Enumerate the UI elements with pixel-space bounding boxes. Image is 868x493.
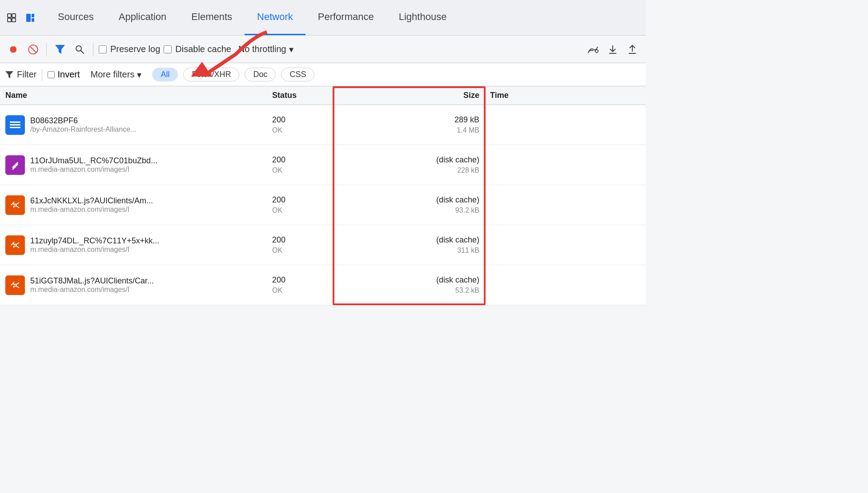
header-name[interactable]: Name (0, 91, 267, 100)
toolbar-separator-2 (93, 43, 93, 56)
cell-size-3: (disk cache) 311 kB (334, 225, 485, 265)
invert-label: Invert (57, 69, 80, 80)
network-conditions-button[interactable] (585, 41, 601, 57)
status-code-0: 200 (272, 115, 328, 125)
table-row[interactable]: 61xJcNKKLXL.js?AUIClients/Am... m.media-… (0, 185, 646, 225)
cell-size-2: (disk cache) 93.2 kB (334, 185, 485, 225)
svg-marker-19 (5, 71, 13, 78)
filter-label-group: Filter (5, 69, 36, 80)
filter-css-button[interactable]: CSS (281, 68, 314, 81)
filter-toggle-button[interactable] (52, 41, 68, 57)
cell-status-0: 200 OK (267, 105, 334, 145)
size-top-4: (disk cache) (436, 275, 479, 285)
name-secondary-0: /by-Amazon-Rainforest-Alliance... (30, 125, 136, 133)
name-secondary-1: m.media-amazon.com/images/I (30, 166, 157, 174)
invert-checkbox[interactable] (48, 71, 55, 78)
network-table: Name Status Size Time B08632BPF6 /by-Ama… (0, 86, 646, 305)
status-text-2: OK (272, 206, 328, 214)
svg-marker-7 (55, 45, 65, 54)
preserve-log-checkbox[interactable] (99, 45, 107, 53)
name-primary-0: B08632BPF6 (30, 116, 136, 125)
cell-time-1 (485, 145, 646, 185)
status-code-3: 200 (272, 235, 328, 245)
file-icon-2 (5, 195, 25, 215)
svg-line-9 (81, 51, 84, 53)
status-code-4: 200 (272, 275, 328, 285)
svg-rect-6 (32, 18, 34, 22)
name-primary-4: 51iGGT8JMaL.js?AUIClients/Car... (30, 276, 154, 286)
status-text-0: OK (272, 126, 328, 134)
cell-size-4: (disk cache) 53.2 kB (334, 265, 485, 305)
svg-rect-20 (10, 121, 20, 123)
name-text-2: 61xJcNKKLXL.js?AUIClients/Am... m.media-… (30, 196, 153, 214)
size-bottom-2: 93.2 kB (455, 206, 479, 214)
size-top-3: (disk cache) (436, 235, 479, 245)
header-size[interactable]: Size (334, 91, 485, 100)
cell-name-0: B08632BPF6 /by-Amazon-Rainforest-Allianc… (0, 105, 267, 145)
table-row[interactable]: B08632BPF6 /by-Amazon-Rainforest-Allianc… (0, 105, 646, 145)
status-text-3: OK (272, 246, 328, 255)
svg-rect-4 (26, 14, 31, 22)
name-text-3: 11zuylp74DL._RC%7C11Y+5x+kk... m.media-a… (30, 236, 159, 254)
cell-status-3: 200 OK (267, 225, 334, 265)
status-code-1: 200 (272, 155, 328, 165)
file-icon-1 (5, 155, 25, 175)
more-filters-button[interactable]: More filters ▾ (85, 68, 147, 82)
cell-time-3 (485, 225, 646, 265)
tab-sources[interactable]: Sources (45, 0, 106, 35)
table-header: Name Status Size Time (0, 86, 646, 105)
clear-button[interactable]: 🚫 (25, 41, 41, 57)
header-status[interactable]: Status (267, 91, 334, 100)
size-bottom-4: 53.2 kB (455, 287, 479, 295)
name-primary-3: 11zuylp74DL._RC%7C11Y+5x+kk... (30, 236, 159, 246)
tab-application[interactable]: Application (106, 0, 179, 35)
filter-doc-button[interactable]: Doc (245, 68, 276, 81)
disable-cache-checkbox[interactable] (164, 45, 172, 53)
disable-cache-label: Disable cache (175, 44, 231, 54)
filter-fetch-xhr-button[interactable]: Fetch/XHR (183, 68, 239, 81)
inspector-icon[interactable] (22, 10, 38, 26)
record-button[interactable]: ⏺ (5, 41, 21, 57)
disable-cache-group: Disable cache (164, 44, 231, 54)
filter-separator (42, 69, 42, 81)
tab-performance[interactable]: Performance (305, 0, 386, 35)
name-primary-1: 11OrJUma5UL._RC%7C01buZbd... (30, 156, 157, 166)
file-icon-0 (5, 115, 25, 135)
tab-lighthouse[interactable]: Lighthouse (386, 0, 459, 35)
throttle-arrow-icon: ▾ (289, 44, 293, 55)
more-filters-label: More filters (90, 69, 134, 80)
tab-network[interactable]: Network (245, 0, 305, 35)
table-row[interactable]: 51iGGT8JMaL.js?AUIClients/Car... m.media… (0, 265, 646, 305)
filter-all-button[interactable]: All (152, 68, 178, 81)
throttle-select[interactable]: No throttling ▾ (235, 42, 297, 57)
toolbar: ⏺ 🚫 Preserve log Disable cache No thrott… (0, 36, 646, 63)
export-har-button[interactable] (605, 41, 621, 57)
svg-point-10 (595, 50, 598, 53)
header-time[interactable]: Time (485, 91, 646, 100)
import-har-button[interactable] (624, 41, 640, 57)
cell-time-2 (485, 185, 646, 225)
name-secondary-4: m.media-amazon.com/images/I (30, 286, 154, 294)
cell-time-4 (485, 265, 646, 305)
name-secondary-3: m.media-amazon.com/images/I (30, 246, 159, 254)
cell-name-4: 51iGGT8JMaL.js?AUIClients/Car... m.media… (0, 265, 267, 305)
table-body: B08632BPF6 /by-Amazon-Rainforest-Allianc… (0, 105, 646, 305)
more-filters-arrow-icon: ▾ (137, 69, 141, 80)
name-text-1: 11OrJUma5UL._RC%7C01buZbd... m.media-ama… (30, 156, 157, 174)
cursor-icon[interactable] (4, 10, 20, 26)
table-row[interactable]: 11zuylp74DL._RC%7C11Y+5x+kk... m.media-a… (0, 225, 646, 265)
cell-size-0: 289 kB 1.4 MB (334, 105, 485, 145)
invert-group: Invert (48, 69, 80, 80)
filter-text: Filter (17, 69, 36, 80)
tab-elements[interactable]: Elements (179, 0, 245, 35)
name-text-0: B08632BPF6 /by-Amazon-Rainforest-Allianc… (30, 116, 136, 133)
preserve-log-label: Preserve log (110, 44, 160, 54)
cell-size-1: (disk cache) 228 kB (334, 145, 485, 185)
cell-name-1: 11OrJUma5UL._RC%7C01buZbd... m.media-ama… (0, 145, 267, 185)
cell-name-2: 61xJcNKKLXL.js?AUIClients/Am... m.media-… (0, 185, 267, 225)
cell-status-1: 200 OK (267, 145, 334, 185)
size-bottom-3: 311 kB (457, 246, 479, 255)
svg-rect-21 (10, 124, 20, 125)
table-row[interactable]: 11OrJUma5UL._RC%7C01buZbd... m.media-ama… (0, 145, 646, 185)
search-button[interactable] (72, 41, 88, 57)
